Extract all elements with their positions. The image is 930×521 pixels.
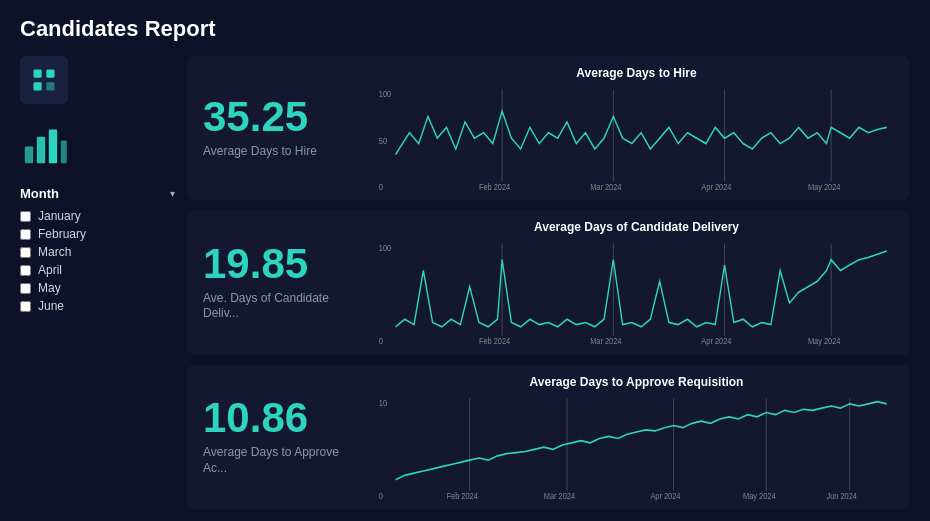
filter-item-label: June <box>38 299 64 313</box>
chevron-down-icon: ▾ <box>170 188 175 199</box>
chart-svg-hire: 100 50 0 Feb 2024 Mar 2024 Apr 2024 <box>377 84 896 192</box>
svg-rect-6 <box>49 130 57 164</box>
filter-item-may[interactable]: May <box>20 281 175 295</box>
chart-svg-approve: 10 0 Feb 2024 Mar 2024 Apr 2024 May 2024 <box>377 393 896 501</box>
charts-area: 35.25 Average Days to Hire Average Days … <box>187 56 910 509</box>
filter-header: Month ▾ <box>20 186 175 201</box>
svg-text:Mar 2024: Mar 2024 <box>544 491 576 501</box>
filter-item-april[interactable]: April <box>20 263 175 277</box>
svg-text:May 2024: May 2024 <box>808 337 841 347</box>
svg-text:Apr 2024: Apr 2024 <box>701 337 732 347</box>
bar-chart-icon-box[interactable] <box>20 120 68 168</box>
chart-panel-approve: Average Days to Approve Requisition 10 0… <box>367 365 910 509</box>
chart-row-hire: 35.25 Average Days to Hire Average Days … <box>187 56 910 200</box>
svg-text:0: 0 <box>379 337 384 347</box>
filter-label: Month <box>20 186 59 201</box>
svg-rect-2 <box>34 82 42 90</box>
svg-text:Apr 2024: Apr 2024 <box>650 491 681 501</box>
page-title: Candidates Report <box>20 16 910 42</box>
metric-value-approve: 10.86 <box>203 397 351 439</box>
filter-scroll: January February March April <box>20 209 175 313</box>
chart-row-approve: 10.86 Average Days to Approve Ac... Aver… <box>187 365 910 509</box>
filter-item-label: May <box>38 281 61 295</box>
svg-text:Feb 2024: Feb 2024 <box>479 337 511 347</box>
metric-label-approve: Average Days to Approve Ac... <box>203 445 351 476</box>
checkbox-january[interactable] <box>20 211 31 222</box>
svg-text:Feb 2024: Feb 2024 <box>447 491 479 501</box>
filter-item-february[interactable]: February <box>20 227 175 241</box>
filter-item-march[interactable]: March <box>20 245 175 259</box>
icon-row <box>20 56 175 104</box>
chart-title-hire: Average Days to Hire <box>377 66 896 80</box>
metric-panel-hire: 35.25 Average Days to Hire <box>187 56 367 200</box>
filter-item-label: April <box>38 263 62 277</box>
checkbox-june[interactable] <box>20 301 31 312</box>
filter-item-label: March <box>38 245 71 259</box>
filter-item-january[interactable]: January <box>20 209 175 223</box>
svg-rect-3 <box>46 82 54 90</box>
checkbox-may[interactable] <box>20 283 31 294</box>
bar-chart-icon <box>20 120 68 168</box>
svg-rect-4 <box>25 146 33 163</box>
svg-text:50: 50 <box>379 136 388 146</box>
svg-text:Jun 2024: Jun 2024 <box>826 491 857 501</box>
svg-text:Mar 2024: Mar 2024 <box>590 183 622 193</box>
chart-panel-hire: Average Days to Hire 100 50 0 <box>367 56 910 200</box>
grid-icon-box[interactable] <box>20 56 68 104</box>
metric-value-delivery: 19.85 <box>203 243 351 285</box>
filter-section: Month ▾ January February <box>20 186 175 313</box>
checkbox-march[interactable] <box>20 247 31 258</box>
page-container: Candidates Report <box>0 0 930 521</box>
svg-text:0: 0 <box>379 183 384 193</box>
sidebar: Month ▾ January February <box>20 56 175 509</box>
metric-value-hire: 35.25 <box>203 96 351 138</box>
metric-label-delivery: Ave. Days of Candidate Deliv... <box>203 291 351 322</box>
svg-text:Mar 2024: Mar 2024 <box>590 337 622 347</box>
filter-list: January February March April <box>20 209 175 313</box>
svg-text:Feb 2024: Feb 2024 <box>479 183 511 193</box>
svg-text:May 2024: May 2024 <box>743 491 776 501</box>
svg-text:Apr 2024: Apr 2024 <box>701 183 732 193</box>
grid-icon <box>30 66 58 94</box>
chart-panel-delivery: Average Days of Candidate Delivery 100 0… <box>367 210 910 354</box>
svg-text:100: 100 <box>379 89 392 99</box>
filter-item-label: January <box>38 209 81 223</box>
metric-panel-delivery: 19.85 Ave. Days of Candidate Deliv... <box>187 210 367 354</box>
svg-text:May 2024: May 2024 <box>808 183 841 193</box>
svg-rect-7 <box>61 140 67 163</box>
svg-text:0: 0 <box>379 491 384 501</box>
chart-title-delivery: Average Days of Candidate Delivery <box>377 220 896 234</box>
filter-item-june[interactable]: June <box>20 299 175 313</box>
main-content: Month ▾ January February <box>20 56 910 509</box>
chart-title-approve: Average Days to Approve Requisition <box>377 375 896 389</box>
svg-text:10: 10 <box>379 398 388 408</box>
chart-row-delivery: 19.85 Ave. Days of Candidate Deliv... Av… <box>187 210 910 354</box>
chart-svg-delivery: 100 0 Feb 2024 Mar 2024 Apr 2024 May 202… <box>377 238 896 346</box>
svg-rect-0 <box>34 70 42 78</box>
filter-item-label: February <box>38 227 86 241</box>
metric-label-hire: Average Days to Hire <box>203 144 351 160</box>
metric-panel-approve: 10.86 Average Days to Approve Ac... <box>187 365 367 509</box>
svg-rect-1 <box>46 70 54 78</box>
svg-text:100: 100 <box>379 244 392 254</box>
checkbox-february[interactable] <box>20 229 31 240</box>
checkbox-april[interactable] <box>20 265 31 276</box>
svg-rect-5 <box>37 137 45 163</box>
